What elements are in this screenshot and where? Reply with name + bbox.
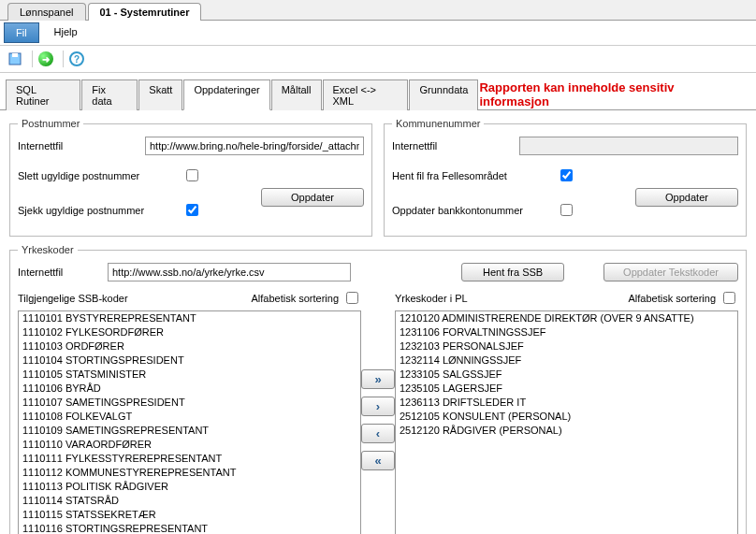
- list-item[interactable]: 1235105 LAGERSJEF: [396, 382, 737, 396]
- list-item[interactable]: 1110113 POLITISK RÅDGIVER: [19, 480, 360, 494]
- checkbox-oppdater-bank[interactable]: [560, 204, 573, 216]
- sensitive-warning: Rapporten kan inneholde sensitiv informa…: [479, 80, 750, 108]
- label-alfa-right: Alfabetisk sortering: [628, 293, 716, 304]
- window-tabstrip: Lønnspanel 01 - Systemrutiner: [0, 0, 756, 21]
- list-item[interactable]: 2512120 RÅDGIVER (PERSONAL): [396, 424, 737, 438]
- list-item[interactable]: 1110114 STATSRÅD: [19, 494, 360, 508]
- sub-tabstrip: SQL Rutiner Fix data Skatt Oppdateringer…: [0, 73, 756, 110]
- button-move-left[interactable]: ‹: [361, 424, 395, 443]
- toolbar-separator: [32, 51, 33, 67]
- svg-rect-1: [12, 53, 18, 57]
- checkbox-hent-felles[interactable]: [560, 169, 573, 181]
- list-item[interactable]: 1110115 STATSSEKRETÆR: [19, 508, 360, 522]
- label-sjekk-ugyldige: Sjekk ugyldige postnummer: [18, 205, 177, 216]
- list-item[interactable]: 1233105 SALGSSJEF: [396, 368, 737, 382]
- tab-skatt[interactable]: Skatt: [138, 79, 182, 110]
- list-item[interactable]: 2512105 KONSULENT (PERSONAL): [396, 410, 737, 424]
- legend-yrkeskoder: Yrkeskoder: [18, 244, 78, 255]
- list-item[interactable]: 1110105 STATSMINISTER: [19, 368, 360, 382]
- tab-grunndata[interactable]: Grunndata: [409, 79, 478, 110]
- fieldset-kommunenummer: Kommunenummer Internettfil Hent fil fra …: [384, 118, 747, 237]
- label-postnummer-internettfil: Internettfil: [18, 140, 139, 152]
- list-item[interactable]: 1110101 BYSTYREREPRESENTANT: [19, 311, 360, 325]
- button-move-right[interactable]: ›: [361, 397, 395, 416]
- label-yrkeskoder-pl: Yrkeskoder i PL: [395, 293, 468, 304]
- label-tilgjengelige-ssb: Tilgjengelige SSB-koder: [18, 293, 128, 304]
- legend-kommunenummer: Kommunenummer: [392, 118, 484, 129]
- list-item[interactable]: 1232103 PERSONALSJEF: [396, 339, 737, 354]
- list-item[interactable]: 1110103 ORDFØRER: [19, 339, 360, 354]
- fieldset-postnummer: Postnummer Internettfil Slett ugyldige p…: [9, 118, 372, 237]
- list-item[interactable]: 1210120 ADMINISTRERENDE DIREKTØR (OVER 9…: [396, 311, 737, 325]
- checkbox-alfa-left[interactable]: [346, 292, 358, 304]
- tab-excel-xml[interactable]: Excel <-> XML: [323, 79, 409, 110]
- list-item[interactable]: 1110106 BYRÅD: [19, 382, 360, 396]
- menubar: Fil Hjelp: [0, 21, 756, 46]
- tab-fix-data[interactable]: Fix data: [81, 79, 138, 110]
- menu-help[interactable]: Hjelp: [45, 22, 87, 43]
- button-hent-ssb[interactable]: Hent fra SSB: [461, 263, 564, 281]
- input-postnummer-internettfil[interactable]: [145, 137, 364, 155]
- help-icon[interactable]: ?: [67, 50, 86, 68]
- list-item[interactable]: 1110116 STORTINGSREPRESENTANT: [19, 522, 360, 534]
- toolbar: ➜ ?: [0, 46, 756, 73]
- list-item[interactable]: 1110109 SAMETINGSREPRESENTANT: [19, 424, 360, 438]
- button-kommunenummer-oppdater[interactable]: Oppdater: [635, 188, 738, 207]
- list-item[interactable]: 1236113 DRIFTSLEDER IT: [396, 396, 737, 410]
- tab-lonnspanel[interactable]: Lønnspanel: [7, 3, 86, 21]
- label-hent-felles: Hent fil fra Fellesområdet: [392, 170, 551, 181]
- input-kommunenummer-internettfil: [519, 137, 738, 155]
- toolbar-separator: [63, 51, 64, 67]
- label-alfa-left: Alfabetisk sortering: [251, 293, 339, 304]
- button-move-all-right[interactable]: »: [361, 369, 395, 389]
- tab-content: Postnummer Internettfil Slett ugyldige p…: [0, 110, 756, 534]
- save-icon[interactable]: [6, 50, 24, 68]
- tab-sql-rutiner[interactable]: SQL Rutiner: [6, 79, 80, 110]
- menu-file[interactable]: Fil: [4, 22, 39, 43]
- transfer-buttons: » › ‹ «: [361, 289, 395, 534]
- tab-systemrutiner[interactable]: 01 - Systemrutiner: [88, 3, 202, 21]
- input-yrkeskoder-internettfil[interactable]: [108, 263, 351, 281]
- listbox-ssb-koder[interactable]: 1110101 BYSTYREREPRESENTANT1110102 FYLKE…: [18, 310, 361, 534]
- label-kommunenummer-internettfil: Internettfil: [392, 140, 514, 152]
- legend-postnummer: Postnummer: [18, 118, 83, 129]
- button-oppdater-tekstkoder[interactable]: Oppdater Tekstkoder: [603, 263, 738, 281]
- checkbox-slett-ugyldige[interactable]: [186, 169, 198, 181]
- list-item[interactable]: 1110112 KOMMUNESTYREREPRESENTANT: [19, 466, 360, 480]
- label-oppdater-bank: Oppdater bankkontonummer: [392, 205, 551, 216]
- tab-oppdateringer[interactable]: Oppdateringer: [183, 79, 269, 110]
- list-item[interactable]: 1231106 FORVALTNINGSSJEF: [396, 325, 737, 339]
- list-item[interactable]: 1110104 STORTINGSPRESIDENT: [19, 354, 360, 368]
- list-item[interactable]: 1110107 SAMETINGSPRESIDENT: [19, 396, 360, 410]
- list-item[interactable]: 1110108 FOLKEVALGT: [19, 410, 360, 424]
- tab-maltall[interactable]: Måltall: [271, 79, 322, 110]
- label-slett-ugyldige: Slett ugyldige postnummer: [18, 170, 177, 181]
- list-item[interactable]: 1110110 VARAORDFØRER: [19, 438, 360, 452]
- run-icon[interactable]: ➜: [36, 50, 55, 68]
- list-item[interactable]: 1110102 FYLKESORDFØRER: [19, 325, 360, 339]
- fieldset-yrkeskoder: Yrkeskoder Internettfil Hent fra SSB Opp…: [9, 244, 747, 534]
- button-move-all-left[interactable]: «: [361, 451, 395, 470]
- button-postnummer-oppdater[interactable]: Oppdater: [261, 188, 364, 207]
- checkbox-alfa-right[interactable]: [723, 292, 735, 304]
- list-item[interactable]: 1232114 LØNNINGSSJEF: [396, 354, 737, 368]
- label-yrkeskoder-internettfil: Internettfil: [18, 267, 102, 278]
- listbox-pl-koder[interactable]: 1210120 ADMINISTRERENDE DIREKTØR (OVER 9…: [395, 310, 738, 534]
- checkbox-sjekk-ugyldige[interactable]: [186, 204, 198, 216]
- list-item[interactable]: 1110111 FYLKESSTYREREPRESENTANT: [19, 452, 360, 466]
